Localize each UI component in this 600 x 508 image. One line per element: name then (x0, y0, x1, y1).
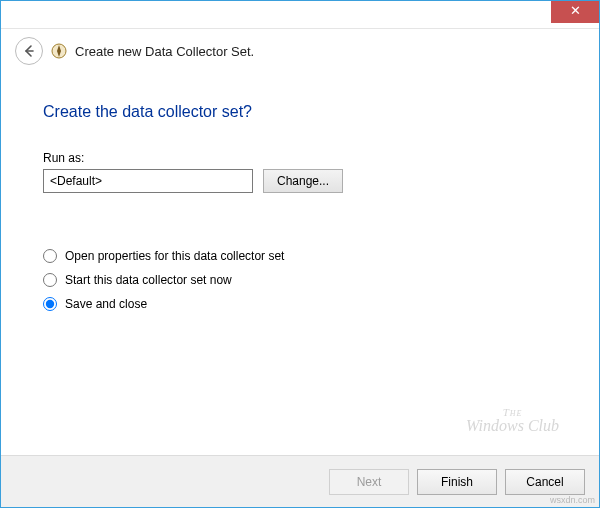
option-save-close[interactable]: Save and close (43, 297, 557, 311)
options-group: Open properties for this data collector … (43, 249, 557, 311)
option-start-now[interactable]: Start this data collector set now (43, 273, 557, 287)
watermark-line2: Windows Club (466, 418, 559, 435)
wizard-title: Create new Data Collector Set. (75, 44, 254, 59)
radio-start-now[interactable] (43, 273, 57, 287)
option-label: Start this data collector set now (65, 273, 232, 287)
runas-input[interactable] (43, 169, 253, 193)
page-question: Create the data collector set? (43, 103, 557, 121)
watermark: The Windows Club (466, 407, 559, 435)
runas-label: Run as: (43, 151, 557, 165)
titlebar: ✕ (1, 1, 599, 29)
watermark-line1: The (466, 407, 559, 419)
back-arrow-icon (22, 44, 36, 58)
close-button[interactable]: ✕ (551, 1, 599, 23)
compass-icon (51, 43, 67, 59)
wizard-window: ✕ Create new Data Collector Set. Create … (0, 0, 600, 508)
back-button[interactable] (15, 37, 43, 65)
radio-save-close[interactable] (43, 297, 57, 311)
next-button: Next (329, 469, 409, 495)
option-label: Open properties for this data collector … (65, 249, 284, 263)
option-open-properties[interactable]: Open properties for this data collector … (43, 249, 557, 263)
change-button[interactable]: Change... (263, 169, 343, 193)
header: Create new Data Collector Set. (1, 29, 599, 73)
radio-open-properties[interactable] (43, 249, 57, 263)
close-icon: ✕ (570, 3, 581, 18)
cancel-button[interactable]: Cancel (505, 469, 585, 495)
content-area: Create the data collector set? Run as: C… (1, 73, 599, 311)
footer: Next Finish Cancel (1, 455, 599, 507)
option-label: Save and close (65, 297, 147, 311)
finish-button[interactable]: Finish (417, 469, 497, 495)
